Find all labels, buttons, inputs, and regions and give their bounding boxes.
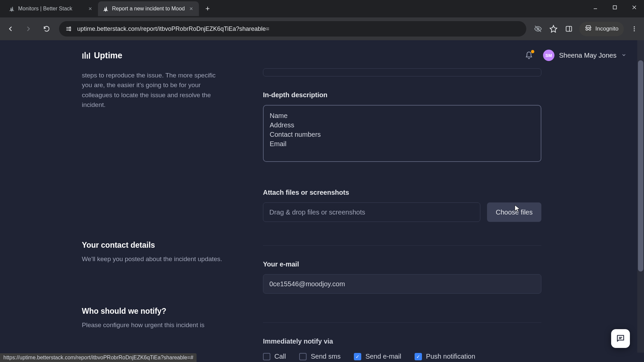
checkbox-icon: ✓	[415, 353, 422, 360]
svg-point-10	[634, 26, 635, 27]
forward-button[interactable]	[23, 23, 34, 35]
app-header: Uptime SM Sheena May Jones	[0, 40, 644, 70]
back-button[interactable]	[5, 23, 16, 35]
new-tab-button[interactable]: +	[202, 3, 214, 15]
tab-title: Monitors | Better Stack	[18, 6, 84, 12]
incognito-icon	[585, 24, 592, 34]
email-input[interactable]	[263, 274, 541, 294]
svg-point-5	[70, 30, 71, 31]
page-body: Uptime SM Sheena May Jones steps to repr…	[0, 40, 644, 362]
tab-monitors[interactable]: Monitors | Better Stack ×	[4, 1, 98, 16]
description-textarea[interactable]	[263, 105, 541, 162]
close-window-button[interactable]	[625, 0, 644, 15]
right-column: In-depth description Attach files or scr…	[263, 70, 541, 362]
contact-subtitle: We'll keep you posted about the incident…	[82, 254, 223, 264]
checkbox-icon	[263, 353, 270, 360]
address-bar-actions: Incognito	[533, 22, 639, 36]
window-controls	[586, 0, 644, 15]
contact-details-section: Your contact details We'll keep you post…	[82, 241, 223, 264]
eye-off-icon[interactable]	[533, 24, 543, 34]
chat-icon	[616, 334, 625, 343]
intro-help-text: steps to reproduce the issue. The more s…	[82, 70, 223, 110]
kebab-menu-icon[interactable]	[629, 24, 639, 34]
minimize-button[interactable]	[586, 0, 605, 15]
favicon-icon	[9, 6, 15, 12]
checkbox-email[interactable]: ✓ Send e-mail	[354, 353, 401, 360]
checkbox-icon: ✓	[354, 353, 361, 360]
checkbox-label: Send e-mail	[365, 353, 401, 360]
svg-point-12	[634, 30, 635, 31]
notify-options: Call Send sms ✓ Send e-mail ✓ Push notif…	[263, 353, 541, 360]
panel-icon[interactable]	[564, 24, 574, 34]
tab-report-incident[interactable]: Report a new incident to Mood ×	[98, 1, 199, 16]
notify-subtitle: Please configure how urgent this inciden…	[82, 320, 223, 330]
checkbox-label: Push notification	[426, 353, 475, 360]
url-input[interactable]: uptime.betterstack.com/report/itbvoPRobr…	[59, 21, 526, 37]
notification-dot-icon	[531, 50, 534, 53]
svg-point-4	[70, 27, 71, 28]
favicon-icon	[103, 6, 109, 12]
left-column: steps to reproduce the issue. The more s…	[82, 70, 223, 362]
status-bar: https://uptime.betterstack.com/report/it…	[0, 353, 197, 362]
notify-title: Who should we notify?	[82, 307, 223, 316]
checkbox-label: Send sms	[311, 353, 340, 360]
star-icon[interactable]	[548, 24, 558, 34]
choose-files-button[interactable]: Choose files	[487, 202, 541, 222]
checkbox-call[interactable]: Call	[263, 353, 286, 360]
section-divider	[263, 245, 541, 246]
logo-icon	[82, 51, 91, 60]
scroll-thumb[interactable]	[638, 60, 643, 272]
url-text: uptime.betterstack.com/report/itbvoPRobr…	[77, 25, 269, 33]
main-content: steps to reproduce the issue. The more s…	[0, 70, 644, 362]
tab-bar: Monitors | Better Stack × Report a new i…	[0, 0, 644, 17]
checkbox-sms[interactable]: Send sms	[299, 353, 340, 360]
site-settings-icon[interactable]	[65, 25, 72, 33]
checkbox-push[interactable]: ✓ Push notification	[415, 353, 475, 360]
browser-chrome: Monitors | Better Stack × Report a new i…	[0, 0, 644, 40]
svg-point-11	[634, 28, 635, 29]
notifications-button[interactable]	[524, 51, 534, 60]
user-menu[interactable]: SM Sheena May Jones	[543, 50, 627, 61]
contact-title: Your contact details	[82, 241, 223, 250]
maximize-button[interactable]	[605, 0, 625, 15]
chat-fab[interactable]	[611, 329, 630, 348]
checkbox-icon	[299, 353, 307, 360]
attach-label: Attach files or screenshots	[263, 189, 541, 196]
email-label: Your e-mail	[263, 260, 541, 268]
notify-section: Who should we notify? Please configure h…	[82, 307, 223, 330]
dropzone-text: Drag & drop files or screenshots	[269, 208, 365, 216]
file-dropzone[interactable]: Drag & drop files or screenshots	[263, 202, 480, 222]
chevron-down-icon	[621, 52, 627, 59]
brand-name: Uptime	[94, 51, 122, 60]
close-icon[interactable]: ×	[87, 6, 93, 12]
brand-logo[interactable]: Uptime	[82, 51, 122, 60]
avatar: SM	[543, 50, 554, 61]
summary-input-stub[interactable]	[263, 68, 541, 76]
close-icon[interactable]: ×	[188, 6, 194, 12]
address-bar: uptime.betterstack.com/report/itbvoPRobr…	[0, 17, 644, 40]
immediately-notify-label: Immediately notify via	[263, 338, 541, 345]
incognito-badge[interactable]: Incognito	[579, 22, 624, 36]
tab-title: Report a new incident to Mood	[112, 6, 185, 12]
checkbox-label: Call	[274, 353, 286, 360]
incognito-label: Incognito	[595, 25, 619, 32]
user-name: Sheena May Jones	[559, 52, 616, 59]
reload-button[interactable]	[41, 23, 52, 35]
svg-rect-1	[613, 6, 616, 9]
section-divider	[263, 322, 541, 323]
svg-rect-8	[566, 26, 572, 32]
vertical-scrollbar[interactable]	[637, 40, 644, 353]
description-label: In-depth description	[263, 91, 541, 99]
